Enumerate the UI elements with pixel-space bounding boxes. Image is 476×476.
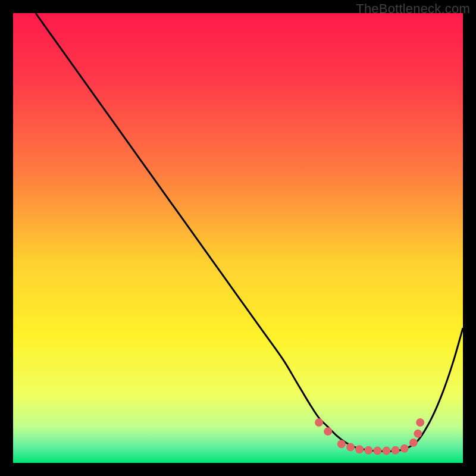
highlight-dot bbox=[346, 443, 355, 452]
highlight-dot bbox=[414, 430, 422, 438]
highlight-dot bbox=[355, 445, 364, 453]
watermark-text: TheBottleneck.com bbox=[356, 1, 470, 17]
bottleneck-chart bbox=[13, 13, 463, 463]
outer-frame: TheBottleneck.com bbox=[0, 0, 476, 476]
highlight-dot bbox=[409, 439, 418, 447]
highlight-dot bbox=[337, 440, 346, 448]
plot-area bbox=[13, 13, 463, 463]
highlight-dot bbox=[416, 418, 424, 427]
highlight-dot bbox=[392, 446, 400, 455]
highlight-dot bbox=[364, 446, 372, 455]
highlight-dot bbox=[382, 447, 390, 455]
highlight-dot bbox=[324, 427, 332, 436]
highlight-dot bbox=[315, 418, 323, 427]
highlight-dot bbox=[373, 447, 381, 455]
gradient-background bbox=[13, 13, 463, 463]
highlight-dot bbox=[400, 444, 409, 453]
